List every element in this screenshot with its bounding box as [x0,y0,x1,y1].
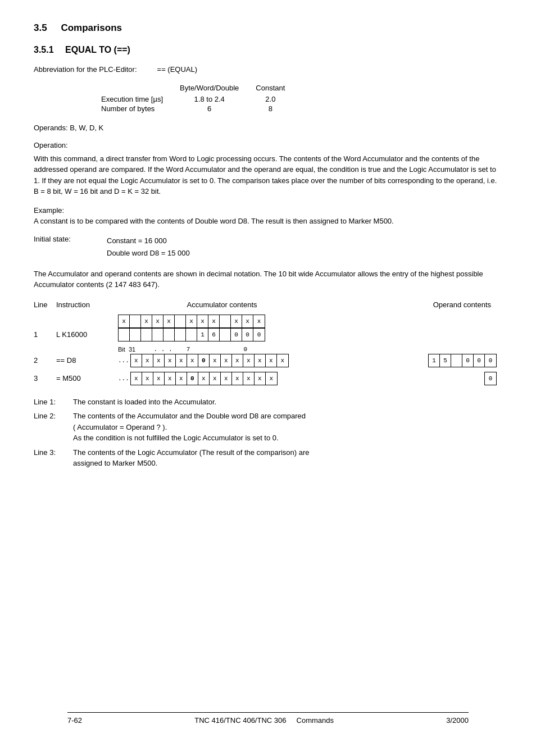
row1-instruction: L K16000 [56,330,118,339]
ellipsis-row3: ... [118,375,129,382]
cell: x [243,372,255,385]
operand-row3-box: 0 [484,372,497,385]
timing-bytes-constant: 8 [256,104,302,113]
initial-state: Initial state: Constant = 16 000 Double … [34,235,502,259]
section-title-text: Comparisons [61,22,122,33]
cell: x [119,315,130,327]
subsection-number: 3.5.1 [34,45,54,54]
footer-right: 3/2000 [446,716,469,725]
operation-text: With this command, a direct transfer fro… [34,153,502,197]
accum-row3: x x x x x 0 x x x x x x x [130,372,278,385]
line-desc-1: Line 1: The constant is loaded into the … [34,397,502,408]
cell: x [277,354,288,367]
ellipsis-row2: ... [118,357,129,364]
timing-bytes-byteword: 6 [180,104,256,113]
example-section: Example: A constant is to be compared wi… [34,205,502,227]
cell: x [210,354,221,367]
cell: x [141,315,152,327]
cell: x [232,354,243,367]
cell [141,329,152,341]
row1-line: 1 [34,330,56,339]
cell: 0 [462,354,474,367]
diagram-container: Line Instruction Accumulator contents Op… [34,300,502,385]
cell: x [221,354,232,367]
accumulator-note: The Accumulator and operand contents are… [34,268,502,290]
table-row: Number of bytes 6 8 [101,104,302,113]
initial-state-label: Initial state: [34,235,107,259]
operand-row2-box: 1 5 0 0 0 [428,354,497,367]
row1-accum: 1 6 0 0 0 [118,328,326,341]
cell [175,315,186,327]
dots-label: . . . [146,346,180,353]
row2-accum: ... x x x x x x 0 x x x x x x x [118,354,326,367]
section-number: 3.5 [34,22,47,33]
timing-table: Byte/Word/Double Constant Execution time… [101,84,302,113]
line3-label: Line 3: [34,447,73,469]
cell: 0 [485,372,496,385]
cell: 0 [485,354,496,367]
timing-bytes-label: Number of bytes [101,104,180,113]
cell: x [153,354,165,367]
cell: x [231,315,242,327]
abbreviation-value: == (EQUAL) [157,65,198,74]
cell: 0 [198,354,210,367]
abbreviation-line: Abbreviation for the PLC-Editor: == (EQU… [34,65,502,74]
cell: x [255,372,266,385]
cell: x [152,315,163,327]
timing-col-constant: Constant [256,84,302,94]
bit-label: Bit 31 [118,346,146,353]
cell: x [131,354,142,367]
abbreviation-label: Abbreviation for the PLC-Editor: [34,65,137,74]
example-text: A constant is to be compared with the co… [34,216,502,227]
cell [220,329,231,341]
cell: x [131,372,142,385]
cell [186,329,197,341]
initial-state-row-0: Constant = 16 000 [107,235,190,247]
cell [163,329,175,341]
accumulator-note-text: The Accumulator and operand contents are… [34,270,483,289]
diagram-header-operand: Operand contents [326,300,502,309]
cell: x [186,315,197,327]
row2-line: 2 [34,356,56,365]
cell: x [198,372,210,385]
footer-center-commands: Commands [297,716,334,725]
example-heading: Example: [34,206,64,215]
row3-instruction: = M500 [56,374,118,382]
line2-label: Line 2: [34,411,73,444]
line2-text: The contents of the Accumulator and the … [73,411,502,444]
cell: x [142,372,153,385]
cell [119,329,130,341]
footer-left: 7-62 [67,716,82,725]
cell: x [253,315,265,327]
accum-row1-bottom: 1 6 0 0 0 [118,328,265,341]
row2-instruction: == D8 [56,356,118,365]
cell: 0 [242,329,253,341]
cell: x [242,315,253,327]
cell: x [210,372,221,385]
bit7-label: 7 [180,346,197,353]
operands-label: Operands: B, W, D, K [34,124,103,132]
cell: x [187,354,198,367]
operation-heading: Operation: [34,141,68,149]
cell: x [153,372,165,385]
cell [130,329,141,341]
lines-section: Line 1: The constant is loaded into the … [34,397,502,469]
row3-line: 3 [34,374,56,382]
table-row: Execution time [µs] 1.8 to 2.4 2.0 [101,94,302,104]
line-desc-3: Line 3: The contents of the Logic Accumu… [34,447,502,469]
timing-exec-label: Execution time [µs] [101,94,180,104]
diagram-header-accum: Accumulator contents [118,300,326,309]
timing-col-byteword: Byte/Word/Double [180,84,256,94]
diagram-header-instruction: Instruction [56,300,118,309]
line3-text: The contents of the Logic Accumulator (T… [73,447,502,469]
timing-exec-byteword: 1.8 to 2.4 [180,94,256,104]
cell: x [266,354,277,367]
timing-exec-constant: 2.0 [256,94,302,104]
cell: 0 [231,329,242,341]
cell: 5 [440,354,451,367]
cell: x [266,372,277,385]
cell: 0 [474,354,485,367]
cell [152,329,163,341]
cell: x [255,354,266,367]
accum-row1-top: x x x x x x x x x x [118,315,265,328]
